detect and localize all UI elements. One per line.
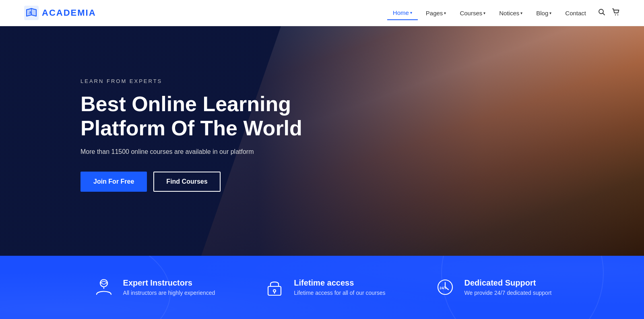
- nav-item-pages[interactable]: Pages ▾: [420, 6, 452, 20]
- feature-desc-support: We provide 24/7 dedicated support: [464, 290, 552, 296]
- chevron-down-icon: ▾: [410, 10, 412, 15]
- feature-lifetime-access: Lifetime access Lifetime access for all …: [263, 276, 385, 298]
- join-free-button[interactable]: Join For Free: [80, 172, 147, 192]
- feature-text-lifetime: Lifetime access Lifetime access for all …: [294, 278, 385, 296]
- hero-content: LEARN FROM EXPERTS Best Online Learning …: [0, 26, 644, 256]
- svg-point-5: [617, 14, 618, 15]
- main-nav: Home ▾ Pages ▾ Courses ▾ Notices ▾ Blog …: [387, 6, 620, 20]
- hero-eyebrow: LEARN FROM EXPERTS: [80, 78, 644, 84]
- nav-item-home[interactable]: Home ▾: [387, 6, 418, 20]
- logo[interactable]: A ACADEMIA: [24, 6, 96, 20]
- nav-item-notices[interactable]: Notices ▾: [493, 6, 528, 20]
- cart-button[interactable]: [612, 8, 620, 18]
- feature-title-lifetime: Lifetime access: [294, 278, 385, 288]
- lock-icon: [263, 276, 286, 298]
- nav-utility-icons: [598, 8, 620, 18]
- chevron-down-icon: ▾: [483, 11, 485, 15]
- person-icon: [93, 276, 115, 298]
- feature-title-expert: Expert Instructors: [123, 278, 215, 288]
- find-courses-button[interactable]: Find Courses: [153, 172, 220, 192]
- hero-section: LEARN FROM EXPERTS Best Online Learning …: [0, 26, 644, 256]
- feature-dedicated-support: 24/7 Dedicated Support We provide 24/7 d…: [434, 276, 552, 298]
- feature-text-expert: Expert Instructors All instructors are h…: [123, 278, 215, 296]
- nav-item-courses[interactable]: Courses ▾: [454, 6, 491, 20]
- feature-title-support: Dedicated Support: [464, 278, 552, 288]
- hero-title: Best Online Learning Platform Of The Wor…: [80, 92, 306, 141]
- svg-text:24/7: 24/7: [440, 286, 447, 290]
- cart-icon: [612, 8, 620, 16]
- header: A ACADEMIA Home ▾ Pages ▾ Courses ▾ Noti…: [0, 0, 644, 26]
- chevron-down-icon: ▾: [549, 11, 551, 15]
- feature-expert-instructors: Expert Instructors All instructors are h…: [93, 276, 215, 298]
- chevron-down-icon: ▾: [444, 11, 446, 15]
- chevron-down-icon: ▾: [520, 11, 522, 15]
- hero-buttons: Join For Free Find Courses: [80, 172, 644, 192]
- search-icon: [598, 8, 605, 16]
- feature-text-support: Dedicated Support We provide 24/7 dedica…: [464, 278, 552, 296]
- nav-item-contact[interactable]: Contact: [559, 6, 592, 20]
- logo-icon: A: [24, 6, 39, 20]
- search-button[interactable]: [598, 8, 605, 18]
- logo-text: ACADEMIA: [42, 8, 96, 18]
- features-strip: Expert Instructors All instructors are h…: [0, 256, 644, 319]
- feature-desc-lifetime: Lifetime access for all of our courses: [294, 290, 385, 296]
- svg-point-4: [615, 14, 616, 15]
- feature-desc-expert: All instructors are highly experienced: [123, 290, 215, 296]
- clock-24-7-icon: 24/7: [434, 276, 456, 298]
- features-grid: Expert Instructors All instructors are h…: [40, 276, 604, 298]
- svg-line-3: [603, 13, 605, 15]
- svg-text:A: A: [29, 10, 32, 15]
- svg-rect-9: [268, 286, 281, 295]
- svg-point-10: [273, 290, 276, 292]
- hero-subtitle: More than 11500 online courses are avail…: [80, 148, 644, 155]
- nav-item-blog[interactable]: Blog ▾: [530, 6, 557, 20]
